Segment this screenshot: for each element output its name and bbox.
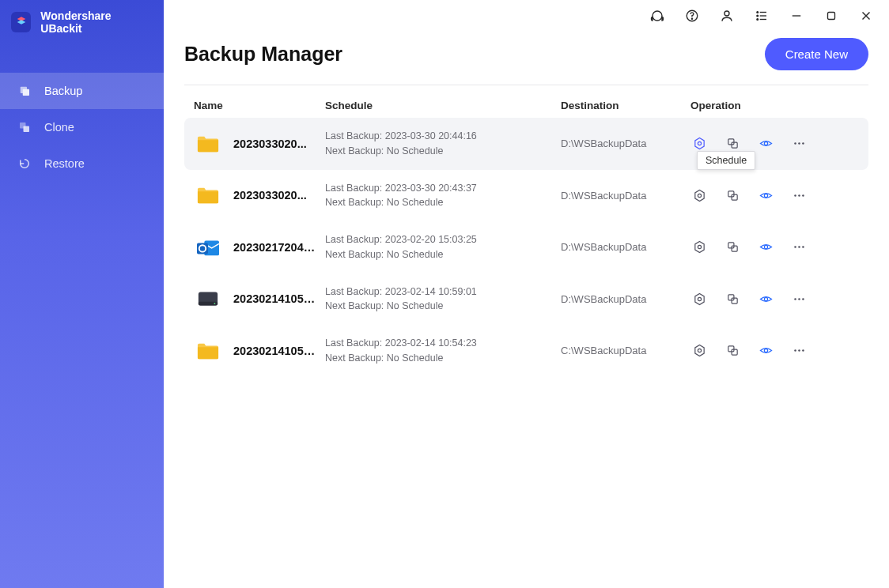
cell-name: 20230214105139 xyxy=(194,339,325,363)
cell-operation xyxy=(690,342,859,360)
sidebar-item-backup[interactable]: Backup xyxy=(0,73,164,109)
more-button[interactable] xyxy=(790,342,808,360)
page-head: Backup Manager Create New xyxy=(184,38,868,70)
copy-button[interactable] xyxy=(724,239,741,256)
more-button[interactable] xyxy=(790,239,808,256)
sidebar: Wondershare UBackit Backup Clone Restore xyxy=(0,0,164,588)
row-name: 20230214105901 xyxy=(233,292,319,305)
copy-button[interactable] xyxy=(724,187,741,204)
th-operation: Operation xyxy=(690,100,859,111)
view-button[interactable] xyxy=(757,342,774,360)
th-schedule: Schedule xyxy=(325,100,561,111)
svg-point-7 xyxy=(724,11,729,16)
folder-icon xyxy=(194,339,222,363)
menu-list-icon[interactable] xyxy=(750,4,774,28)
copy-button[interactable] xyxy=(724,290,741,307)
main: Backup Manager Create New Name Schedule … xyxy=(164,0,889,588)
user-icon[interactable] xyxy=(715,4,739,28)
cell-operation xyxy=(690,290,859,307)
row-name: 2023033020... xyxy=(233,138,307,150)
last-backup-line: Last Backup: 2023-03-30 20:43:37 xyxy=(325,181,561,196)
next-backup-line: Next Backup: No Schedule xyxy=(325,299,561,314)
brand-logo-icon xyxy=(11,12,31,32)
cell-name: 20230217204855 xyxy=(194,236,325,259)
backup-icon xyxy=(17,84,32,98)
view-button[interactable] xyxy=(757,187,774,204)
page-title: Backup Manager xyxy=(184,43,342,66)
table-row[interactable]: 20230214105901Last Backup: 2023-02-14 10… xyxy=(184,273,868,326)
brand: Wondershare UBackit xyxy=(0,0,164,44)
sidebar-item-label: Restore xyxy=(44,157,85,170)
svg-rect-1 xyxy=(23,89,29,96)
schedule-button[interactable] xyxy=(690,239,708,256)
clone-icon xyxy=(17,120,32,134)
more-button[interactable] xyxy=(790,290,808,307)
table-row[interactable]: 20230214105139Last Backup: 2023-02-14 10… xyxy=(184,325,868,377)
disk-icon xyxy=(194,287,222,311)
nav: Backup Clone Restore xyxy=(0,73,164,182)
minimize-button[interactable] xyxy=(785,4,808,28)
next-backup-line: Next Backup: No Schedule xyxy=(325,195,561,210)
cell-destination: D:\WSBackupData xyxy=(561,190,690,202)
divider xyxy=(184,85,868,85)
copy-button[interactable] xyxy=(724,135,741,153)
cell-name: 2023033020... xyxy=(194,183,325,207)
page: Backup Manager Create New Name Schedule … xyxy=(164,32,889,588)
tooltip-schedule: Schedule xyxy=(697,151,755,170)
next-backup-line: Next Backup: No Schedule xyxy=(325,247,561,262)
folder-icon xyxy=(194,183,222,207)
row-name: 2023033020... xyxy=(233,189,307,202)
table-row[interactable]: 2023033020...Last Backup: 2023-03-30 20:… xyxy=(184,118,868,170)
table-row[interactable]: 20230217204855Last Backup: 2023-02-20 15… xyxy=(184,221,868,273)
help-icon[interactable] xyxy=(680,4,704,28)
cell-name: 20230214105901 xyxy=(194,287,325,311)
cell-schedule: Last Backup: 2023-03-30 20:44:16Next Bac… xyxy=(325,129,561,159)
th-name: Name xyxy=(194,100,325,111)
more-button[interactable] xyxy=(790,187,808,204)
table-header: Name Schedule Destination Operation xyxy=(184,93,868,118)
schedule-button[interactable] xyxy=(690,290,708,307)
create-new-button[interactable]: Create New xyxy=(765,38,868,70)
outlook-icon xyxy=(194,236,222,259)
svg-point-10 xyxy=(757,15,758,17)
cell-operation xyxy=(690,135,859,153)
titlebar xyxy=(164,0,889,32)
view-button[interactable] xyxy=(757,239,774,256)
table-row[interactable]: 2023033020...Last Backup: 2023-03-30 20:… xyxy=(184,170,868,222)
sidebar-item-clone[interactable]: Clone xyxy=(0,109,164,145)
cell-destination: D:\WSBackupData xyxy=(561,293,690,305)
svg-rect-15 xyxy=(828,13,835,20)
cell-schedule: Last Backup: 2023-02-14 10:59:01Next Bac… xyxy=(325,285,561,315)
cell-destination: C:\WSBackupData xyxy=(561,345,690,356)
support-icon[interactable] xyxy=(645,4,669,28)
schedule-button[interactable] xyxy=(690,342,708,360)
more-button[interactable] xyxy=(790,135,808,153)
sidebar-item-restore[interactable]: Restore xyxy=(0,145,164,182)
schedule-button[interactable] xyxy=(690,187,708,204)
svg-point-6 xyxy=(691,18,692,19)
backup-table: Name Schedule Destination Operation 2023… xyxy=(184,93,868,377)
copy-button[interactable] xyxy=(724,342,741,360)
svg-rect-3 xyxy=(24,126,30,133)
svg-point-4 xyxy=(653,11,662,21)
cell-operation xyxy=(690,239,859,256)
sidebar-item-label: Backup xyxy=(44,85,82,97)
cell-schedule: Last Backup: 2023-03-30 20:43:37Next Bac… xyxy=(325,181,561,211)
last-backup-line: Last Backup: 2023-02-14 10:59:01 xyxy=(325,285,561,300)
view-button[interactable] xyxy=(757,290,774,307)
cell-schedule: Last Backup: 2023-02-14 10:54:23Next Bac… xyxy=(325,336,561,366)
cell-name: 2023033020... xyxy=(194,132,325,156)
maximize-button[interactable] xyxy=(819,4,843,28)
cell-operation xyxy=(690,187,859,204)
close-button[interactable] xyxy=(854,4,878,28)
row-name: 20230214105139 xyxy=(233,345,319,357)
cell-schedule: Last Backup: 2023-02-20 15:03:25Next Bac… xyxy=(325,232,561,262)
last-backup-line: Last Backup: 2023-03-30 20:44:16 xyxy=(325,129,561,144)
next-backup-line: Next Backup: No Schedule xyxy=(325,144,561,159)
next-backup-line: Next Backup: No Schedule xyxy=(325,351,561,366)
schedule-button[interactable] xyxy=(690,135,708,153)
svg-point-12 xyxy=(757,19,758,21)
folder-icon xyxy=(194,132,222,156)
th-destination: Destination xyxy=(561,100,690,111)
view-button[interactable] xyxy=(757,135,774,153)
